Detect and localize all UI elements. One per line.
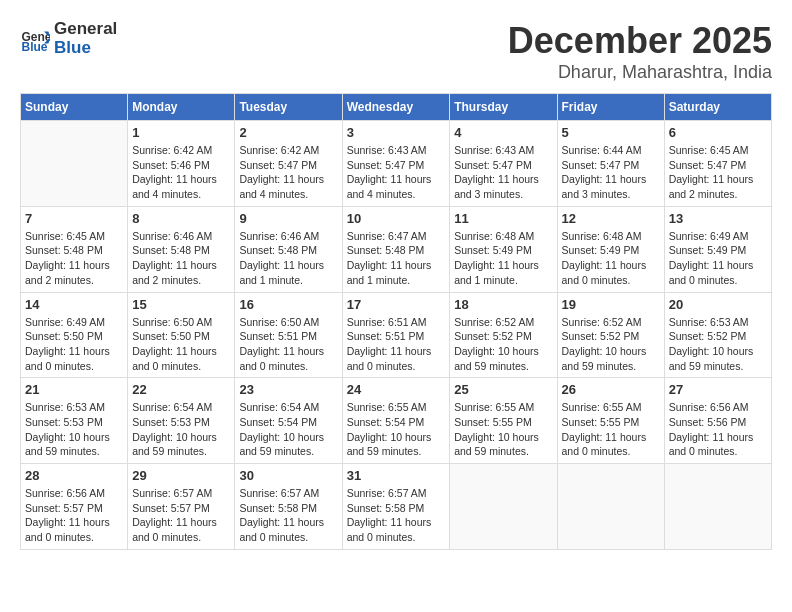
day-number: 12 xyxy=(562,211,660,226)
calendar-cell: 14Sunrise: 6:49 AM Sunset: 5:50 PM Dayli… xyxy=(21,292,128,378)
calendar-cell: 4Sunrise: 6:43 AM Sunset: 5:47 PM Daylig… xyxy=(450,121,557,207)
day-info: Sunrise: 6:45 AM Sunset: 5:47 PM Dayligh… xyxy=(669,143,767,202)
calendar-cell: 25Sunrise: 6:55 AM Sunset: 5:55 PM Dayli… xyxy=(450,378,557,464)
day-info: Sunrise: 6:43 AM Sunset: 5:47 PM Dayligh… xyxy=(454,143,552,202)
day-number: 28 xyxy=(25,468,123,483)
calendar-cell: 13Sunrise: 6:49 AM Sunset: 5:49 PM Dayli… xyxy=(664,206,771,292)
svg-text:Blue: Blue xyxy=(22,40,48,54)
day-number: 30 xyxy=(239,468,337,483)
weekday-header-wednesday: Wednesday xyxy=(342,94,450,121)
day-info: Sunrise: 6:57 AM Sunset: 5:57 PM Dayligh… xyxy=(132,486,230,545)
day-info: Sunrise: 6:46 AM Sunset: 5:48 PM Dayligh… xyxy=(239,229,337,288)
day-info: Sunrise: 6:55 AM Sunset: 5:54 PM Dayligh… xyxy=(347,400,446,459)
calendar-cell: 15Sunrise: 6:50 AM Sunset: 5:50 PM Dayli… xyxy=(128,292,235,378)
calendar-cell: 27Sunrise: 6:56 AM Sunset: 5:56 PM Dayli… xyxy=(664,378,771,464)
calendar-cell: 31Sunrise: 6:57 AM Sunset: 5:58 PM Dayli… xyxy=(342,464,450,550)
day-number: 4 xyxy=(454,125,552,140)
weekday-header-sunday: Sunday xyxy=(21,94,128,121)
day-number: 14 xyxy=(25,297,123,312)
day-number: 6 xyxy=(669,125,767,140)
calendar-table: SundayMondayTuesdayWednesdayThursdayFrid… xyxy=(20,93,772,550)
day-info: Sunrise: 6:43 AM Sunset: 5:47 PM Dayligh… xyxy=(347,143,446,202)
day-number: 29 xyxy=(132,468,230,483)
day-info: Sunrise: 6:55 AM Sunset: 5:55 PM Dayligh… xyxy=(454,400,552,459)
calendar-cell xyxy=(21,121,128,207)
day-info: Sunrise: 6:53 AM Sunset: 5:52 PM Dayligh… xyxy=(669,315,767,374)
location-title: Dharur, Maharashtra, India xyxy=(508,62,772,83)
calendar-cell: 5Sunrise: 6:44 AM Sunset: 5:47 PM Daylig… xyxy=(557,121,664,207)
day-info: Sunrise: 6:54 AM Sunset: 5:53 PM Dayligh… xyxy=(132,400,230,459)
day-info: Sunrise: 6:56 AM Sunset: 5:57 PM Dayligh… xyxy=(25,486,123,545)
logo-icon: General Blue xyxy=(20,24,50,54)
day-number: 17 xyxy=(347,297,446,312)
day-info: Sunrise: 6:50 AM Sunset: 5:51 PM Dayligh… xyxy=(239,315,337,374)
day-number: 20 xyxy=(669,297,767,312)
day-info: Sunrise: 6:49 AM Sunset: 5:50 PM Dayligh… xyxy=(25,315,123,374)
day-number: 25 xyxy=(454,382,552,397)
day-info: Sunrise: 6:55 AM Sunset: 5:55 PM Dayligh… xyxy=(562,400,660,459)
calendar-cell: 11Sunrise: 6:48 AM Sunset: 5:49 PM Dayli… xyxy=(450,206,557,292)
day-number: 24 xyxy=(347,382,446,397)
day-number: 31 xyxy=(347,468,446,483)
calendar-cell: 18Sunrise: 6:52 AM Sunset: 5:52 PM Dayli… xyxy=(450,292,557,378)
logo: General Blue General Blue xyxy=(20,20,117,57)
day-info: Sunrise: 6:48 AM Sunset: 5:49 PM Dayligh… xyxy=(454,229,552,288)
calendar-cell: 29Sunrise: 6:57 AM Sunset: 5:57 PM Dayli… xyxy=(128,464,235,550)
calendar-cell xyxy=(557,464,664,550)
title-area: December 2025 Dharur, Maharashtra, India xyxy=(508,20,772,83)
day-info: Sunrise: 6:57 AM Sunset: 5:58 PM Dayligh… xyxy=(239,486,337,545)
calendar-cell: 1Sunrise: 6:42 AM Sunset: 5:46 PM Daylig… xyxy=(128,121,235,207)
calendar-cell: 21Sunrise: 6:53 AM Sunset: 5:53 PM Dayli… xyxy=(21,378,128,464)
day-number: 19 xyxy=(562,297,660,312)
calendar-cell xyxy=(664,464,771,550)
calendar-cell: 9Sunrise: 6:46 AM Sunset: 5:48 PM Daylig… xyxy=(235,206,342,292)
day-info: Sunrise: 6:47 AM Sunset: 5:48 PM Dayligh… xyxy=(347,229,446,288)
calendar-cell: 23Sunrise: 6:54 AM Sunset: 5:54 PM Dayli… xyxy=(235,378,342,464)
day-number: 7 xyxy=(25,211,123,226)
day-info: Sunrise: 6:50 AM Sunset: 5:50 PM Dayligh… xyxy=(132,315,230,374)
calendar-cell: 12Sunrise: 6:48 AM Sunset: 5:49 PM Dayli… xyxy=(557,206,664,292)
calendar-cell: 24Sunrise: 6:55 AM Sunset: 5:54 PM Dayli… xyxy=(342,378,450,464)
day-number: 18 xyxy=(454,297,552,312)
calendar-cell: 20Sunrise: 6:53 AM Sunset: 5:52 PM Dayli… xyxy=(664,292,771,378)
calendar-cell: 19Sunrise: 6:52 AM Sunset: 5:52 PM Dayli… xyxy=(557,292,664,378)
day-number: 8 xyxy=(132,211,230,226)
day-info: Sunrise: 6:42 AM Sunset: 5:46 PM Dayligh… xyxy=(132,143,230,202)
day-number: 10 xyxy=(347,211,446,226)
day-info: Sunrise: 6:53 AM Sunset: 5:53 PM Dayligh… xyxy=(25,400,123,459)
day-number: 13 xyxy=(669,211,767,226)
day-info: Sunrise: 6:57 AM Sunset: 5:58 PM Dayligh… xyxy=(347,486,446,545)
calendar-cell xyxy=(450,464,557,550)
day-info: Sunrise: 6:52 AM Sunset: 5:52 PM Dayligh… xyxy=(562,315,660,374)
logo-general: General xyxy=(54,20,117,39)
day-number: 21 xyxy=(25,382,123,397)
weekday-header-saturday: Saturday xyxy=(664,94,771,121)
day-number: 16 xyxy=(239,297,337,312)
header: General Blue General Blue December 2025 … xyxy=(20,20,772,83)
calendar-cell: 6Sunrise: 6:45 AM Sunset: 5:47 PM Daylig… xyxy=(664,121,771,207)
day-info: Sunrise: 6:54 AM Sunset: 5:54 PM Dayligh… xyxy=(239,400,337,459)
calendar-cell: 3Sunrise: 6:43 AM Sunset: 5:47 PM Daylig… xyxy=(342,121,450,207)
day-number: 9 xyxy=(239,211,337,226)
day-info: Sunrise: 6:45 AM Sunset: 5:48 PM Dayligh… xyxy=(25,229,123,288)
calendar-cell: 7Sunrise: 6:45 AM Sunset: 5:48 PM Daylig… xyxy=(21,206,128,292)
day-info: Sunrise: 6:44 AM Sunset: 5:47 PM Dayligh… xyxy=(562,143,660,202)
day-number: 5 xyxy=(562,125,660,140)
weekday-header-friday: Friday xyxy=(557,94,664,121)
day-number: 23 xyxy=(239,382,337,397)
day-info: Sunrise: 6:48 AM Sunset: 5:49 PM Dayligh… xyxy=(562,229,660,288)
day-info: Sunrise: 6:52 AM Sunset: 5:52 PM Dayligh… xyxy=(454,315,552,374)
day-info: Sunrise: 6:56 AM Sunset: 5:56 PM Dayligh… xyxy=(669,400,767,459)
weekday-header-thursday: Thursday xyxy=(450,94,557,121)
weekday-header-tuesday: Tuesday xyxy=(235,94,342,121)
calendar-cell: 28Sunrise: 6:56 AM Sunset: 5:57 PM Dayli… xyxy=(21,464,128,550)
day-number: 1 xyxy=(132,125,230,140)
day-number: 3 xyxy=(347,125,446,140)
weekday-header-monday: Monday xyxy=(128,94,235,121)
calendar-cell: 26Sunrise: 6:55 AM Sunset: 5:55 PM Dayli… xyxy=(557,378,664,464)
day-number: 26 xyxy=(562,382,660,397)
calendar-cell: 8Sunrise: 6:46 AM Sunset: 5:48 PM Daylig… xyxy=(128,206,235,292)
calendar-cell: 22Sunrise: 6:54 AM Sunset: 5:53 PM Dayli… xyxy=(128,378,235,464)
day-info: Sunrise: 6:51 AM Sunset: 5:51 PM Dayligh… xyxy=(347,315,446,374)
day-info: Sunrise: 6:42 AM Sunset: 5:47 PM Dayligh… xyxy=(239,143,337,202)
